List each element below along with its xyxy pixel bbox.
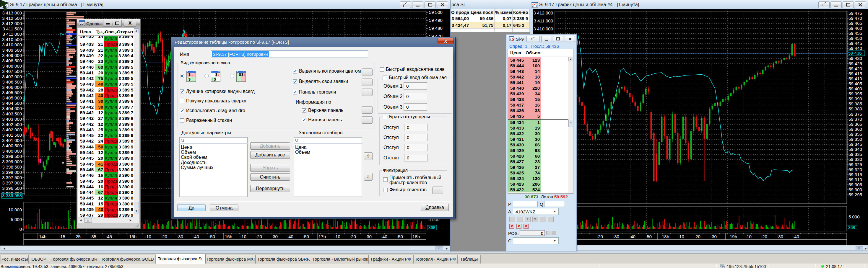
svg-text:59 460: 59 460 — [848, 26, 862, 31]
svg-text:59 315: 59 315 — [848, 172, 862, 177]
svg-text:↑: ↑ — [237, 73, 239, 77]
svg-text::20: :20 — [694, 234, 701, 239]
svg-text:59 440: 59 440 — [848, 46, 862, 51]
svg-text:3 410 000: 3 410 000 — [533, 26, 553, 31]
svg-text:$: $ — [215, 73, 217, 77]
svg-text::30: :30 — [777, 234, 783, 239]
svg-text:59 355: 59 355 — [848, 132, 862, 137]
svg-text:59 325: 59 325 — [848, 162, 862, 167]
svg-text:59 305: 59 305 — [848, 182, 862, 187]
svg-text:59 390: 59 390 — [848, 96, 862, 101]
svg-text:$: $ — [239, 73, 241, 77]
svg-text:59 385: 59 385 — [848, 101, 862, 106]
svg-text:59 475: 59 475 — [848, 11, 862, 15]
svg-text:A: A — [113, 30, 115, 34]
svg-text::50: :50 — [646, 234, 652, 239]
svg-text:↓: ↓ — [191, 73, 193, 77]
svg-text:↑: ↑ — [243, 73, 245, 77]
svg-text:↓: ↓ — [218, 73, 219, 77]
svg-text:18h: 18h — [662, 234, 669, 239]
svg-text:A: A — [100, 30, 102, 34]
svg-text:59 335: 59 335 — [848, 152, 862, 157]
svg-text:5 000: 5 000 — [848, 214, 860, 219]
svg-text:3 411 000: 3 411 000 — [533, 18, 553, 23]
svg-text:59 295: 59 295 — [848, 192, 862, 197]
svg-text:59 370: 59 370 — [848, 116, 862, 122]
svg-text:59 430: 59 430 — [848, 56, 862, 61]
svg-text:59 320: 59 320 — [848, 167, 862, 172]
svg-text:59 400: 59 400 — [848, 86, 862, 91]
svg-text:59 465: 59 465 — [848, 21, 862, 26]
svg-text:59 470: 59 470 — [848, 15, 862, 21]
svg-text::20: :20 — [597, 234, 603, 239]
svg-text:59 436: 59 436 — [848, 51, 862, 56]
svg-text:59 405: 59 405 — [848, 81, 862, 86]
svg-text:$: $ — [188, 77, 191, 81]
svg-text:$: $ — [241, 73, 243, 77]
svg-text:59 375: 59 375 — [848, 111, 862, 116]
svg-text:59 455: 59 455 — [848, 31, 862, 36]
svg-text:59 340: 59 340 — [848, 147, 862, 152]
svg-text:$: $ — [214, 77, 216, 81]
svg-text:59 330: 59 330 — [848, 157, 862, 162]
svg-text:59 360: 59 360 — [848, 127, 862, 132]
svg-text:$: $ — [188, 73, 191, 77]
svg-text:368: 368 — [848, 225, 855, 230]
svg-text:↑: ↑ — [191, 77, 193, 81]
svg-text:59 415: 59 415 — [848, 71, 862, 76]
svg-text:59 410: 59 410 — [848, 76, 862, 81]
svg-text::30: :30 — [711, 234, 717, 239]
svg-text::40: :40 — [793, 234, 799, 239]
svg-text:19h: 19h — [730, 234, 737, 239]
svg-text:59 365: 59 365 — [848, 122, 862, 127]
svg-text::20: :20 — [761, 234, 767, 239]
svg-text::10: :10 — [745, 234, 752, 239]
svg-text:59 445: 59 445 — [848, 41, 862, 46]
svg-text:59 450: 59 450 — [848, 36, 862, 41]
svg-text:59 300: 59 300 — [848, 187, 862, 192]
svg-text:3 412 000: 3 412 000 — [533, 10, 553, 15]
svg-text::40: :40 — [629, 234, 636, 239]
svg-text:59 345: 59 345 — [848, 142, 862, 147]
svg-text:59 425: 59 425 — [848, 61, 862, 66]
svg-text:59 380: 59 380 — [848, 106, 862, 111]
svg-text:↑: ↑ — [212, 77, 213, 81]
svg-text:59 395: 59 395 — [848, 91, 862, 96]
svg-text:59 420: 59 420 — [848, 66, 862, 71]
svg-text:59 350: 59 350 — [848, 137, 862, 142]
svg-text::10: :10 — [678, 234, 684, 239]
svg-text:59 310: 59 310 — [848, 177, 862, 182]
svg-text::30: :30 — [613, 234, 619, 239]
